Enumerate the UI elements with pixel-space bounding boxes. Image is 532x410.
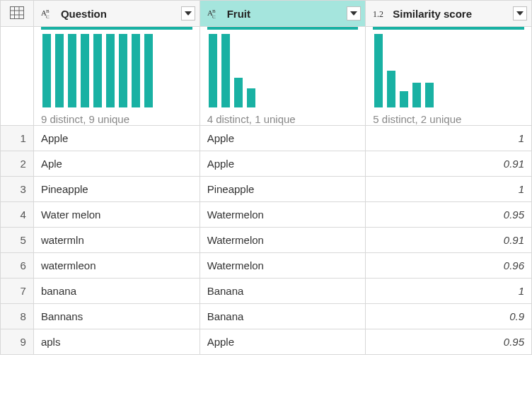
cell-similarity[interactable]: 1 bbox=[366, 279, 532, 304]
row-number[interactable]: 7 bbox=[1, 279, 34, 304]
histogram bbox=[41, 34, 192, 113]
table-row[interactable]: 7 banana Banana 1 bbox=[1, 279, 532, 304]
cell-fruit[interactable]: Banana bbox=[200, 279, 366, 304]
cell-question[interactable]: banana bbox=[33, 279, 200, 304]
column-title: Question bbox=[61, 8, 178, 20]
svg-text:C: C bbox=[212, 14, 216, 20]
cell-fruit[interactable]: Watermelon bbox=[200, 202, 366, 228]
quality-bar bbox=[41, 27, 192, 30]
column-title: Fruit bbox=[227, 8, 345, 20]
table-row[interactable]: 8 Bannans Banana 0.9 bbox=[1, 304, 532, 329]
cell-question[interactable]: Pineapple bbox=[33, 177, 200, 202]
row-number[interactable]: 2 bbox=[1, 151, 34, 177]
column-header-question[interactable]: A B C Question bbox=[33, 1, 200, 27]
column-stats: 5 distinct, 2 unique bbox=[373, 113, 524, 125]
svg-text:B: B bbox=[46, 8, 50, 14]
column-filter-button[interactable] bbox=[513, 6, 527, 20]
cell-fruit[interactable]: Apple bbox=[200, 151, 366, 177]
data-table: A B C Question A B C bbox=[0, 0, 532, 355]
cell-question[interactable]: Aple bbox=[33, 151, 200, 177]
table-corner[interactable] bbox=[1, 1, 34, 27]
svg-text:B: B bbox=[212, 8, 216, 14]
table-icon bbox=[10, 6, 24, 21]
profile-row: 9 distinct, 9 unique 4 distinct, 1 uniqu… bbox=[1, 27, 532, 126]
row-number[interactable]: 8 bbox=[1, 304, 34, 329]
table-row[interactable]: 3 Pineapple Pineapple 1 bbox=[1, 177, 532, 202]
cell-fruit[interactable]: Watermelon bbox=[200, 253, 366, 279]
cell-fruit[interactable]: Apple bbox=[200, 329, 366, 355]
cell-question[interactable]: Bannans bbox=[33, 304, 200, 329]
cell-question[interactable]: watermleon bbox=[33, 253, 200, 279]
column-stats: 4 distinct, 1 unique bbox=[207, 113, 359, 125]
table-row[interactable]: 1 Apple Apple 1 bbox=[1, 126, 532, 151]
column-filter-button[interactable] bbox=[181, 6, 195, 20]
row-number[interactable]: 9 bbox=[1, 329, 34, 355]
column-header-similarity[interactable]: 1.2 Similarity score bbox=[366, 1, 532, 27]
column-header-fruit[interactable]: A B C Fruit bbox=[200, 1, 366, 27]
cell-similarity[interactable]: 0.95 bbox=[366, 202, 532, 228]
table-row[interactable]: 5 watermln Watermelon 0.91 bbox=[1, 228, 532, 253]
quality-bar bbox=[373, 27, 524, 30]
cell-question[interactable]: Water melon bbox=[33, 202, 200, 228]
table-row[interactable]: 4 Water melon Watermelon 0.95 bbox=[1, 202, 532, 228]
cell-similarity[interactable]: 0.91 bbox=[366, 151, 532, 177]
svg-text:C: C bbox=[46, 14, 50, 20]
cell-similarity[interactable]: 1 bbox=[366, 177, 532, 202]
cell-similarity[interactable]: 0.91 bbox=[366, 228, 532, 253]
profile-similarity[interactable]: 5 distinct, 2 unique bbox=[366, 27, 532, 126]
cell-fruit[interactable]: Watermelon bbox=[200, 228, 366, 253]
profile-rownum bbox=[1, 27, 34, 126]
row-number[interactable]: 1 bbox=[1, 126, 34, 151]
row-number[interactable]: 5 bbox=[1, 228, 34, 253]
cell-similarity[interactable]: 1 bbox=[366, 126, 532, 151]
quality-bar bbox=[207, 27, 359, 30]
table-row[interactable]: 2 Aple Apple 0.91 bbox=[1, 151, 532, 177]
cell-fruit[interactable]: Apple bbox=[200, 126, 366, 151]
row-number[interactable]: 3 bbox=[1, 177, 34, 202]
svg-rect-0 bbox=[10, 6, 23, 18]
cell-similarity[interactable]: 0.96 bbox=[366, 253, 532, 279]
cell-fruit[interactable]: Pineapple bbox=[200, 177, 366, 202]
row-number[interactable]: 4 bbox=[1, 202, 34, 228]
histogram bbox=[207, 34, 359, 113]
cell-similarity[interactable]: 0.95 bbox=[366, 329, 532, 355]
cell-fruit[interactable]: Banana bbox=[200, 304, 366, 329]
number-type-icon: 1.2 bbox=[373, 6, 388, 20]
cell-question[interactable]: apls bbox=[33, 329, 200, 355]
table-row[interactable]: 9 apls Apple 0.95 bbox=[1, 329, 532, 355]
cell-similarity[interactable]: 0.9 bbox=[366, 304, 532, 329]
cell-question[interactable]: Apple bbox=[33, 126, 200, 151]
cell-question[interactable]: watermln bbox=[33, 228, 200, 253]
header-row: A B C Question A B C bbox=[1, 1, 532, 27]
column-title: Similarity score bbox=[393, 8, 510, 20]
table-row[interactable]: 6 watermleon Watermelon 0.96 bbox=[1, 253, 532, 279]
text-type-icon: A B C bbox=[207, 6, 223, 20]
column-stats: 9 distinct, 9 unique bbox=[41, 113, 192, 125]
row-number[interactable]: 6 bbox=[1, 253, 34, 279]
column-filter-button[interactable] bbox=[347, 6, 361, 20]
histogram bbox=[373, 34, 524, 113]
svg-text:1.2: 1.2 bbox=[373, 9, 383, 19]
profile-fruit[interactable]: 4 distinct, 1 unique bbox=[200, 27, 366, 126]
text-type-icon: A B C bbox=[41, 6, 57, 20]
profile-question[interactable]: 9 distinct, 9 unique bbox=[33, 27, 200, 126]
